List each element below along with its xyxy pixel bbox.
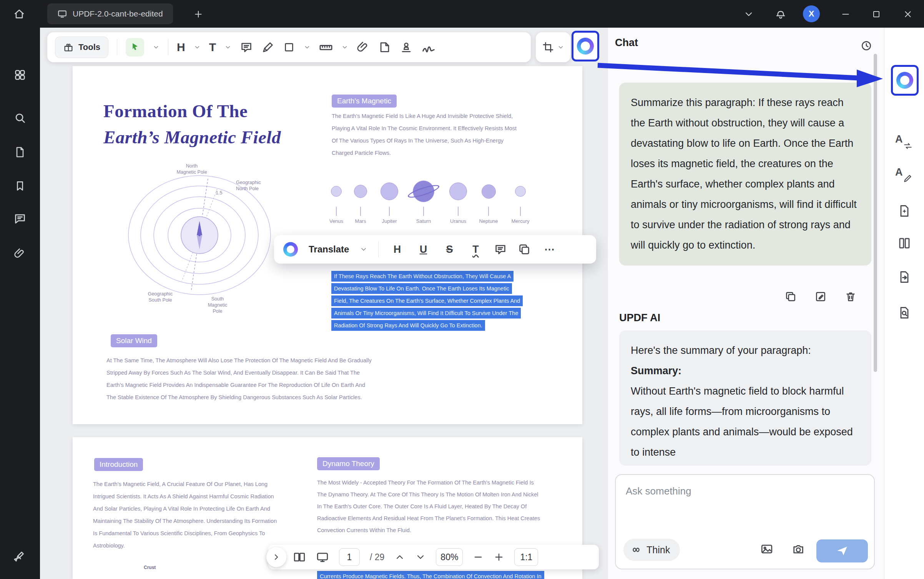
image-icon	[760, 543, 773, 556]
sidebar-pages-button[interactable]	[12, 144, 28, 160]
collapse-toolbar-button[interactable]	[742, 7, 756, 21]
think-label: Think	[646, 544, 670, 556]
export-file-button[interactable]	[896, 269, 912, 285]
select-tool-button[interactable]	[126, 38, 144, 56]
next-page-button[interactable]	[415, 552, 426, 562]
shape-tool-chevron[interactable]	[304, 44, 311, 51]
edit-message-button[interactable]	[814, 290, 827, 303]
search-icon	[13, 111, 27, 124]
new-tab-button[interactable]	[191, 7, 205, 21]
avatar[interactable]: X	[803, 5, 820, 22]
sticker-tool-button[interactable]	[378, 41, 391, 54]
home-icon	[13, 8, 25, 20]
measure-tool-button[interactable]	[319, 40, 333, 54]
minimize-icon	[841, 9, 851, 19]
chevron-down-icon	[743, 9, 754, 20]
popup-squiggly-button[interactable]: T	[468, 244, 483, 255]
sidebar-comments-button[interactable]	[12, 211, 28, 226]
doc-text-line: Convection Currents Within The Fluid.	[317, 527, 411, 533]
sidebar-bookmarks-button[interactable]	[12, 178, 28, 194]
translate-sidebar-button[interactable]: A	[894, 134, 914, 152]
close-button[interactable]	[901, 7, 915, 21]
summarize-button[interactable]	[896, 203, 912, 219]
chat-input[interactable]	[626, 481, 860, 501]
zoom-level-button[interactable]: 80%	[436, 548, 463, 566]
page-number-input[interactable]: 1	[339, 548, 360, 566]
popup-more-button[interactable]: ⋯	[542, 243, 557, 255]
search-document-button[interactable]	[896, 305, 912, 321]
pen-tool-button[interactable]	[261, 41, 274, 54]
think-toggle-button[interactable]: Think	[623, 539, 680, 561]
document-sparkle-icon	[897, 204, 911, 218]
paperclip-icon	[14, 247, 26, 260]
crust-label: Crust	[144, 565, 156, 570]
title-bar: UPDF-2.0-cant-be-edited X	[0, 0, 924, 28]
stamp-tool-button[interactable]	[400, 41, 413, 54]
ai-summary-body: Without Earth's magnetic field to block …	[631, 381, 860, 463]
delete-message-button[interactable]	[844, 290, 857, 303]
chat-input-box: Think	[615, 474, 875, 569]
previous-page-button[interactable]	[394, 552, 405, 562]
crop-tool-chevron[interactable]	[557, 44, 564, 51]
chat-scrollbar[interactable]	[874, 54, 877, 372]
popup-highlight-button[interactable]: H	[389, 244, 405, 255]
ai-assistant-sidebar-button[interactable]	[891, 65, 919, 96]
shape-tool-button[interactable]	[283, 41, 295, 53]
divider	[117, 39, 117, 55]
popup-strikethrough-button[interactable]: S	[442, 244, 457, 255]
home-button[interactable]	[12, 7, 27, 22]
presentation-mode-button[interactable]	[316, 551, 329, 564]
split-view-button[interactable]	[896, 235, 912, 251]
doc-text-line: Playing A Vital Role In The Cosmic Envir…	[332, 125, 517, 131]
document-tab[interactable]: UPDF-2.0-cant-be-edited	[47, 3, 173, 24]
highlight-tool-chevron[interactable]	[194, 44, 201, 51]
diagram-label-angle: 1.5	[216, 190, 222, 196]
zoom-out-button[interactable]	[473, 552, 484, 562]
translate-button[interactable]: Translate	[309, 244, 349, 255]
sidebar-thumbnails-button[interactable]	[12, 67, 28, 83]
popup-copy-button[interactable]	[518, 243, 531, 256]
popup-underline-button[interactable]: U	[415, 244, 431, 255]
writing-tools-button[interactable]: A	[894, 167, 914, 185]
actual-size-button[interactable]: 1:1	[514, 548, 538, 566]
ai-assistant-toolbar-button[interactable]	[572, 31, 599, 61]
document-icon	[14, 146, 26, 158]
sidebar-pen-tool-button[interactable]	[12, 549, 28, 565]
pencil-icon	[903, 173, 913, 183]
popup-comment-button[interactable]	[494, 243, 507, 256]
screenshot-button[interactable]	[791, 542, 806, 556]
measure-tool-chevron[interactable]	[341, 44, 348, 51]
tools-button[interactable]: Tools	[55, 36, 108, 58]
doc-text-line: Astrobiology.	[93, 543, 125, 549]
maximize-button[interactable]	[869, 7, 883, 21]
comment-icon	[13, 212, 27, 225]
translate-chevron[interactable]	[360, 246, 367, 253]
minimize-button[interactable]	[839, 7, 853, 21]
doc-text-line: Intrigued Scientists. It Acts As A Shiel…	[93, 493, 274, 499]
insert-image-button[interactable]	[759, 542, 774, 556]
doc-text-line: And Solar Particles, Playing A Vital Rol…	[93, 506, 270, 512]
planet-label: Mars	[355, 218, 366, 224]
diagram-label-south-magnetic-pole: South Magnetic Pole	[200, 296, 235, 314]
planet-label: Neptune	[479, 218, 498, 224]
text-tool-button[interactable]: T	[209, 41, 216, 54]
zoom-in-button[interactable]	[494, 552, 504, 562]
attach-tool-button[interactable]	[357, 41, 370, 54]
selected-text-block[interactable]: If These Rays Reach The Earth Without Ob…	[331, 271, 523, 332]
sidebar-attachments-button[interactable]	[12, 246, 28, 261]
highlight-tool-button[interactable]: H	[177, 41, 185, 54]
signature-tool-button[interactable]	[421, 40, 436, 55]
notifications-button[interactable]	[773, 7, 788, 21]
copy-message-button[interactable]	[784, 290, 797, 303]
expand-statusbar-button[interactable]	[266, 547, 286, 567]
select-tool-chevron[interactable]	[153, 44, 160, 51]
send-button[interactable]	[816, 539, 868, 562]
clock-icon	[860, 40, 872, 52]
crop-tool-button[interactable]	[542, 41, 554, 53]
sidebar-search-button[interactable]	[12, 110, 28, 126]
chat-history-button[interactable]	[859, 38, 874, 53]
text-tool-chevron[interactable]	[224, 44, 231, 51]
page-layout-button[interactable]	[293, 551, 306, 564]
planet-label: Saturn	[416, 218, 431, 224]
comment-tool-button[interactable]	[240, 41, 253, 54]
